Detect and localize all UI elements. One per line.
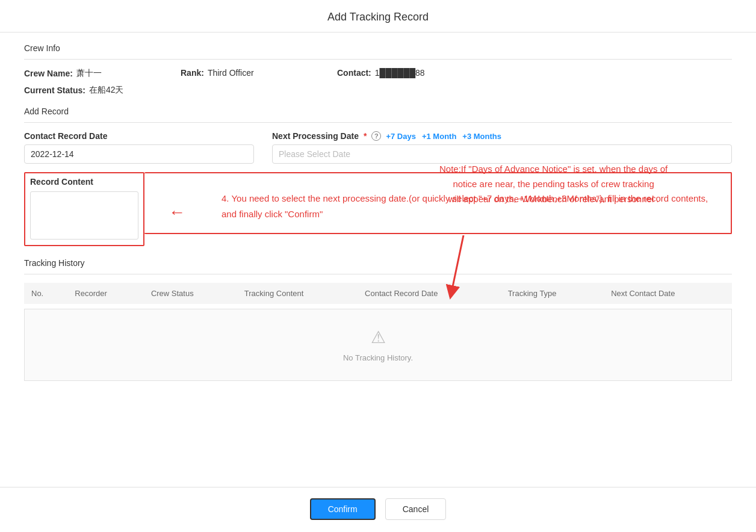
- next-date-input[interactable]: [272, 144, 732, 164]
- next-date-label: Next Processing Date* ? +7 Days +1 Month…: [272, 131, 732, 141]
- crew-info-section-title: Crew Info: [24, 43, 732, 53]
- record-content-label: Record Content: [30, 177, 138, 187]
- rank-value: Third Officer: [208, 68, 254, 78]
- rank-item: Rank: Third Officer: [181, 68, 301, 78]
- modal-container: Add Tracking Record Crew Info Crew Name:…: [0, 0, 756, 532]
- divider-crew-info: [24, 59, 732, 60]
- contact-value: 1██████88: [375, 68, 425, 78]
- tracking-history-title: Tracking History: [24, 258, 732, 268]
- col-header: Tracking Content: [237, 283, 358, 304]
- crew-status-row: Current Status: 在船42天 Note:If "Days of A…: [24, 85, 732, 96]
- contact-date-label: Contact Record Date: [24, 131, 254, 141]
- crew-name-item: Crew Name: 萧十一: [24, 68, 144, 79]
- quick-link-7days[interactable]: +7 Days: [386, 132, 416, 141]
- date-form-row: Contact Record Date Next Processing Date…: [24, 131, 732, 164]
- tracking-history-section: Tracking History No.RecorderCrew StatusT…: [24, 258, 732, 381]
- confirm-button[interactable]: Confirm: [310, 498, 376, 520]
- step4-arrow-icon: ←: [169, 203, 185, 222]
- info-icon: ?: [371, 131, 381, 141]
- crew-name-value: 萧十一: [76, 68, 102, 79]
- tracking-table: No.RecorderCrew StatusTracking ContentCo…: [24, 283, 732, 304]
- status-label: Current Status:: [24, 85, 85, 95]
- rank-label: Rank:: [181, 68, 204, 78]
- col-header: Contact Record Date: [358, 283, 501, 304]
- tracking-table-head: No.RecorderCrew StatusTracking ContentCo…: [24, 283, 732, 304]
- modal-footer: Confirm Cancel: [0, 487, 756, 532]
- empty-state: ⚠ No Tracking History.: [24, 309, 732, 381]
- status-item: Current Status: 在船42天: [24, 85, 144, 96]
- crew-name-label: Crew Name:: [24, 69, 73, 78]
- status-value: 在船42天: [89, 85, 124, 96]
- modal-body: Crew Info Crew Name: 萧十一 Rank: Third Off…: [0, 32, 756, 475]
- empty-text: No Tracking History.: [343, 353, 413, 362]
- contact-label: Contact:: [337, 68, 371, 78]
- crew-info-row: Crew Name: 萧十一 Rank: Third Officer Conta…: [24, 68, 732, 79]
- required-star: *: [364, 131, 367, 141]
- col-header: Crew Status: [144, 283, 237, 304]
- quick-links: +7 Days +1 Month +3 Months: [386, 132, 501, 141]
- col-header: Tracking Type: [501, 283, 604, 304]
- add-record-section-title: Add Record: [24, 107, 732, 116]
- modal-header: Add Tracking Record: [0, 0, 756, 32]
- step4-wrapper: ← 4. You need to select the next process…: [144, 172, 732, 234]
- tracking-table-header-row: No.RecorderCrew StatusTracking ContentCo…: [24, 283, 732, 304]
- quick-link-1month[interactable]: +1 Month: [422, 132, 456, 141]
- divider-add-record: [24, 122, 732, 123]
- empty-warning-icon: ⚠: [371, 327, 386, 347]
- contact-date-input[interactable]: [24, 144, 254, 164]
- add-record-section: Add Record Contact Record Date Next Proc…: [24, 107, 732, 246]
- col-header: Recorder: [67, 283, 144, 304]
- record-content-input[interactable]: [30, 191, 138, 240]
- quick-link-3months[interactable]: +3 Months: [462, 132, 501, 141]
- contact-item: Contact: 1██████88: [337, 68, 457, 78]
- divider-tracking: [24, 274, 732, 274]
- cancel-button[interactable]: Cancel: [385, 498, 447, 520]
- contact-date-group: Contact Record Date: [24, 131, 254, 164]
- step4-note: 4. You need to select the next processin…: [222, 191, 719, 221]
- next-date-group: Next Processing Date* ? +7 Days +1 Month…: [272, 131, 732, 164]
- modal-title: Add Tracking Record: [327, 11, 429, 23]
- record-content-box: Record Content: [24, 172, 144, 246]
- col-header: No.: [24, 283, 67, 304]
- col-header: Next Contact Date: [604, 283, 732, 304]
